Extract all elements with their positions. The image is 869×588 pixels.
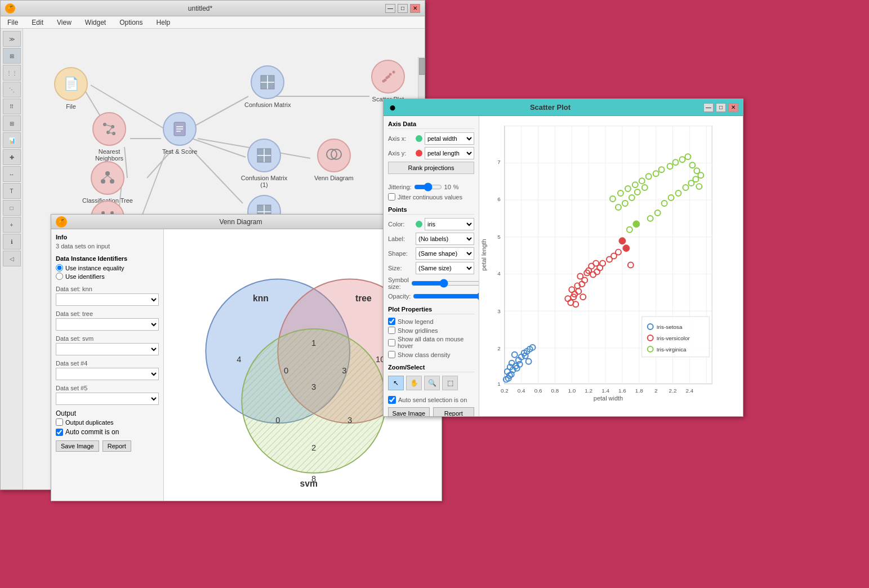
scatter-minimize-btn[interactable]: — <box>703 103 714 112</box>
scatter-report-btn[interactable]: Report <box>433 407 475 416</box>
label-select[interactable]: (No labels) <box>416 233 474 245</box>
scatter-icon: ⬤ <box>388 103 397 112</box>
toolbar-btn-dots3[interactable]: ⋱ <box>3 82 21 97</box>
show-class-density-row[interactable]: Show class density <box>388 351 474 358</box>
svg-text:0.4: 0.4 <box>518 387 525 394</box>
svg-text:2.4: 2.4 <box>685 387 693 394</box>
zoom-rect-btn[interactable]: ⬚ <box>442 376 458 390</box>
menu-view[interactable]: View <box>55 17 74 28</box>
toolbar-btn-dots4[interactable]: ⠿ <box>3 99 21 114</box>
node-test-score[interactable]: Test & Score <box>162 112 197 155</box>
legend-versicolor: Iris-versicolor <box>657 335 690 341</box>
node-venn-diagram[interactable]: Venn Diagram <box>314 139 354 181</box>
svg-text:2: 2 <box>497 345 501 351</box>
color-select[interactable]: iris <box>425 218 474 230</box>
zoom-hand-btn[interactable]: ✋ <box>406 376 422 390</box>
zoom-select-title: Zoom/Select <box>388 364 474 372</box>
maximize-button[interactable]: □ <box>398 4 408 13</box>
venn-radio-identifiers[interactable]: Use identifiers <box>56 273 159 280</box>
venn-output-duplicates[interactable]: Output duplicates <box>56 418 159 426</box>
menu-widget[interactable]: Widget <box>83 17 108 28</box>
venn-save-image-btn[interactable]: Save Image <box>56 440 99 452</box>
node-classification-tree[interactable]: Classification Tree <box>82 161 133 204</box>
auto-send-checkbox[interactable] <box>388 396 396 404</box>
toolbar-btn-grid[interactable]: ⊞ <box>3 48 21 64</box>
venn-dataset-5-select[interactable] <box>56 393 159 405</box>
toolbar-btn-1[interactable]: ≫ <box>3 31 21 47</box>
toolbar-btn-box[interactable]: □ <box>3 200 21 216</box>
show-class-density-input[interactable] <box>388 351 395 358</box>
close-button[interactable]: ✕ <box>410 4 420 13</box>
svg-text:6: 6 <box>497 196 501 202</box>
show-legend-row[interactable]: Show legend <box>388 318 474 325</box>
menu-options[interactable]: Options <box>117 17 145 28</box>
menu-help[interactable]: Help <box>154 17 173 28</box>
venn-radio-instance[interactable]: Use instance equality <box>56 264 159 271</box>
toolbar-btn-dots2[interactable]: ⋮⋮ <box>3 65 21 81</box>
axis-y-select[interactable]: petal length <box>425 147 474 159</box>
opacity-slider[interactable] <box>413 292 479 300</box>
size-select[interactable]: (Same size) <box>416 262 474 274</box>
toolbar-btn-arrows[interactable]: ↔ <box>3 166 21 182</box>
venn-radio-instance-input[interactable] <box>56 264 63 271</box>
node-confusion-matrix[interactable]: Confusion Matrix <box>244 65 291 108</box>
venn-output-duplicates-input[interactable] <box>56 418 63 426</box>
venn-dataset-knn-select[interactable] <box>56 293 159 306</box>
toolbar-btn-plus[interactable]: ✚ <box>3 149 21 165</box>
scatter-svg: 1 2 3 4 5 6 7 0.2 0.4 0.6 0.8 1.0 1.2 1.… <box>479 116 743 416</box>
x-axis-label: petal width <box>594 395 623 402</box>
jitter-continuous-input[interactable] <box>388 193 395 201</box>
venn-dataset-5: Data set #5 <box>56 385 159 405</box>
show-gridlines-label: Show gridlines <box>398 327 438 334</box>
toolbar-btn-plus2[interactable]: + <box>3 217 21 233</box>
toolbar-btn-chart[interactable]: 📊 <box>3 132 21 148</box>
venn-output-title: Output <box>56 409 159 417</box>
scrollbar-thumb[interactable] <box>419 58 425 75</box>
node-file[interactable]: 📄 File <box>54 67 88 110</box>
axis-data-section: Axis Data Axis x: petal width Axis y: pe… <box>388 121 474 177</box>
axis-x-select[interactable]: petal width <box>425 132 474 145</box>
show-legend-input[interactable] <box>388 318 395 325</box>
auto-send-row: Auto send selection is on <box>388 396 474 404</box>
venn-info-text: 3 data sets on input <box>56 243 159 250</box>
minimize-button[interactable]: — <box>385 4 395 13</box>
show-all-data-row[interactable]: Show all data on mouse hover <box>388 336 474 349</box>
app-icon: 🍊 <box>5 3 15 14</box>
points-title: Points <box>388 206 474 215</box>
toolbar-btn-sidebar[interactable]: ◁ <box>3 251 21 266</box>
axis-y-dot <box>416 150 422 157</box>
show-gridlines-row[interactable]: Show gridlines <box>388 327 474 334</box>
jitter-continuous-row[interactable]: Jitter continuous values <box>388 193 474 201</box>
zoom-cursor-btn[interactable]: ↖ <box>388 376 404 390</box>
venn-dataset-tree-select[interactable] <box>56 318 159 331</box>
shape-select[interactable]: (Same shape) <box>416 247 474 260</box>
menu-edit[interactable]: Edit <box>29 17 46 28</box>
scatter-close-btn[interactable]: ✕ <box>728 103 738 112</box>
toolbar-btn-text[interactable]: T <box>3 183 21 199</box>
size-row: Size: (Same size) <box>388 262 474 274</box>
venn-auto-commit-checkbox[interactable] <box>56 429 63 436</box>
node-nearest-neighbors[interactable]: Nearest Neighbors <box>84 112 135 162</box>
show-all-data-input[interactable] <box>388 339 395 346</box>
node-confusion-matrix-1[interactable]: Confusion Matrix (1) <box>239 139 289 188</box>
symbol-size-slider[interactable] <box>411 279 479 287</box>
toolbar-btn-hash[interactable]: ⊞ <box>3 115 21 131</box>
venn-dataset-svm-select[interactable] <box>56 343 159 355</box>
venn-radio-identifiers-input[interactable] <box>56 273 63 280</box>
node-scatter-plot[interactable]: Scatter Plot <box>371 60 405 103</box>
venn-dataset-4-select[interactable] <box>56 368 159 380</box>
rank-projections-btn[interactable]: Rank projections <box>388 162 474 174</box>
scatter-save-image-btn[interactable]: Save Image <box>388 407 430 416</box>
venn-radio-group: Use instance equality Use identifiers <box>56 264 159 280</box>
color-label: Color: <box>388 221 413 228</box>
menu-file[interactable]: File <box>5 17 20 28</box>
shape-label: Shape: <box>388 250 413 257</box>
toolbar-btn-info[interactable]: ℹ <box>3 234 21 250</box>
zoom-magnify-btn[interactable]: 🔍 <box>424 376 440 390</box>
show-gridlines-input[interactable] <box>388 327 395 334</box>
svg-text:0.6: 0.6 <box>534 387 542 394</box>
jitter-slider[interactable] <box>414 183 442 191</box>
venn-report-btn[interactable]: Report <box>103 440 131 452</box>
scatter-maximize-btn[interactable]: □ <box>716 103 726 112</box>
opacity-label: Opacity: <box>388 293 411 300</box>
